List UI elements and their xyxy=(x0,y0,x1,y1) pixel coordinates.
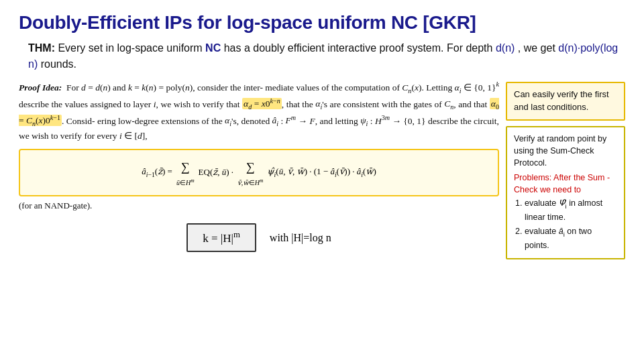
callout-first: Can easily verify the first and last con… xyxy=(506,82,625,121)
eq-sum1: ∑ ū∈Hm xyxy=(176,157,195,189)
thm-nc: NC xyxy=(205,42,221,54)
proof-body: Proof Idea: For d = d(n) and k = k(n) = … xyxy=(19,79,499,143)
problem-item-1: evaluate Ψ̂i in almost linear time. xyxy=(525,197,617,223)
callout-second-problems: Problems: After the Sum -Check we need t… xyxy=(514,172,617,251)
thm-label: THM: xyxy=(28,42,55,54)
thm-text3: , we get xyxy=(518,42,558,54)
eq-eq-part: EQ(z̄, ū) · xyxy=(199,165,233,180)
proof-label: Proof Idea: xyxy=(19,82,62,93)
nand-note: (for an NAND-gate). xyxy=(19,200,499,211)
equation-box: âi−1(z̄) = ∑ ū∈Hm EQ(z̄, ū) · ∑ v̄,w̄∈Hm… xyxy=(19,149,499,197)
problems-label: Problems: After the Sum -Check we need t… xyxy=(514,173,610,194)
formula-text: k = |H|m xyxy=(203,232,240,245)
main-content: Proof Idea: For d = d(n) and k = k(n) = … xyxy=(19,79,625,259)
slide: Doubly-Efficient IPs for log-space unifo… xyxy=(0,0,644,362)
callout-second: Verify at random point by using the Sum-… xyxy=(506,126,625,259)
title-main: Doubly-Efficient IPs for log-space unifo… xyxy=(19,12,418,33)
equation-main: âi−1(z̄) = ∑ ū∈Hm EQ(z̄, ū) · ∑ v̄,w̄∈Hm… xyxy=(30,157,488,189)
right-panel: Can easily verify the first and last con… xyxy=(506,79,625,259)
bottom-formula-area: k = |H|m with |H|=log n xyxy=(19,223,499,252)
eq-rhs: ψ̂i(ū, v̄, w̄) · (1 − âi(v̄)) · âi(w̄) xyxy=(267,164,376,180)
callout-second-intro: Verify at random point by using the Sum-… xyxy=(514,133,617,169)
thm-text1: Every set in log-space uniform xyxy=(58,42,205,54)
eq-lhs: âi−1(z̄) = xyxy=(142,164,172,180)
title-bracket: [GKR] xyxy=(423,12,476,33)
thm-text4: rounds. xyxy=(41,58,76,70)
slide-title: Doubly-Efficient IPs for log-space unifo… xyxy=(19,12,625,34)
callout-first-text: Can easily verify the first and last con… xyxy=(514,89,609,112)
eq-sum2: ∑ v̄,w̄∈Hm xyxy=(237,157,263,189)
thm-dn: d(n) xyxy=(496,42,515,54)
thm-text2: has a doubly efficient interactive proof… xyxy=(224,42,496,54)
problem-item-2: evaluate âi on two points. xyxy=(525,225,617,251)
problems-list: evaluate Ψ̂i in almost linear time. eval… xyxy=(525,197,617,251)
left-panel: Proof Idea: For d = d(n) and k = k(n) = … xyxy=(19,79,499,259)
formula-with: with |H|=log n xyxy=(270,232,331,244)
formula-box: k = |H|m xyxy=(186,223,256,252)
theorem-text: THM: Every set in log-space uniform NC h… xyxy=(19,40,625,72)
